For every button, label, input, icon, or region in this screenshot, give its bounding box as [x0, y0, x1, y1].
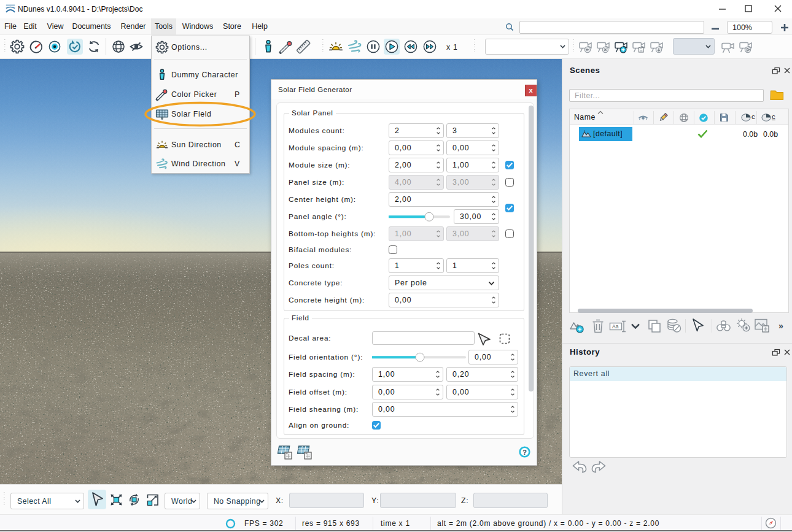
svg-text:?: ?: [522, 449, 527, 456]
svg-text:Aa: Aa: [612, 323, 619, 330]
